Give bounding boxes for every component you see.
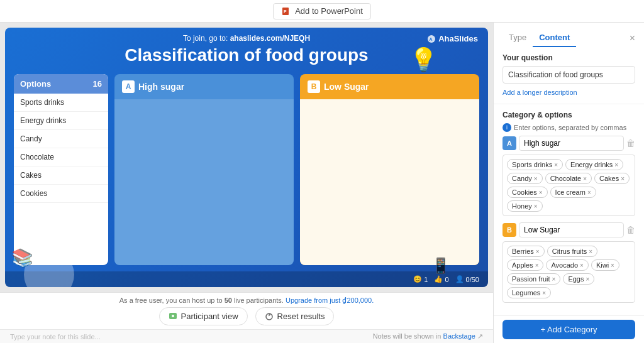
category-b-badge: B bbox=[502, 223, 516, 237]
tab-content[interactable]: Content bbox=[533, 29, 576, 47]
category-col-a: A High sugar bbox=[114, 74, 294, 265]
backstage-link[interactable]: Backstage bbox=[443, 332, 475, 340]
option-item[interactable]: Energy drinks bbox=[14, 112, 108, 130]
category-a-badge: A bbox=[502, 136, 516, 150]
tag-remove[interactable]: × bbox=[536, 248, 540, 255]
your-question-section: Your question Add a longer description bbox=[494, 47, 644, 104]
slide-footer: 😊 1 👍 0 👤 0/50 bbox=[5, 271, 488, 287]
join-text: To join, go to: ahaslides.com/NJEQH bbox=[18, 34, 475, 43]
option-item[interactable]: Sports drinks bbox=[14, 94, 108, 112]
tag-remove[interactable]: × bbox=[534, 203, 538, 210]
tag-remove[interactable]: × bbox=[587, 189, 591, 196]
tag: Berries × bbox=[507, 246, 545, 257]
your-question-label: Your question bbox=[502, 53, 635, 62]
tag-remove[interactable]: × bbox=[621, 175, 625, 182]
category-a-name-input[interactable] bbox=[519, 136, 624, 151]
free-notice: As a free user, you can host up to 50 li… bbox=[10, 297, 483, 305]
tag: Cookies × bbox=[507, 187, 548, 198]
category-b-name-input[interactable] bbox=[519, 222, 624, 237]
tag: Passion fruit × bbox=[507, 273, 560, 285]
category-a-delete[interactable]: 🗑 bbox=[626, 138, 635, 148]
category-b-delete[interactable]: 🗑 bbox=[626, 225, 635, 235]
tag-remove[interactable]: × bbox=[586, 276, 589, 283]
emoji-stat: 😊 1 bbox=[413, 275, 428, 283]
participants-stat: 👤 0/50 bbox=[455, 275, 479, 283]
category-b-header: B Low Sugar bbox=[300, 74, 479, 99]
deco-circle-2 bbox=[36, 231, 68, 262]
tag-remove[interactable]: × bbox=[554, 161, 558, 168]
tag: Ice cream × bbox=[550, 187, 596, 198]
option-item[interactable]: Cakes bbox=[14, 166, 108, 185]
tab-type[interactable]: Type bbox=[502, 29, 533, 47]
ahaslides-logo: A AhaSlides bbox=[427, 34, 478, 43]
tag-remove[interactable]: × bbox=[542, 290, 546, 297]
options-hint: Enter options, separated by commas bbox=[514, 124, 626, 131]
category-options-label: Category & options bbox=[502, 111, 635, 119]
tag: Legumes × bbox=[507, 287, 551, 298]
bottom-bar: As a free user, you can host up to 50 li… bbox=[0, 292, 493, 329]
tag: Eggs × bbox=[563, 273, 594, 285]
right-panel: Type Content × Your question Add a longe… bbox=[493, 23, 644, 343]
tag: Candy × bbox=[507, 173, 543, 184]
category-a-letter: A bbox=[122, 80, 135, 93]
slide-title: Classification of food groups bbox=[18, 45, 475, 65]
category-b-input-row: B 🗑 bbox=[502, 222, 635, 237]
svg-text:A: A bbox=[430, 37, 433, 41]
panel-header: Type Content × bbox=[494, 23, 644, 47]
slide-content: Options 16 Sports drinks Energy drinks C… bbox=[5, 74, 488, 271]
category-b-letter: B bbox=[308, 80, 320, 93]
participant-view-button[interactable]: Participant view bbox=[159, 307, 248, 325]
tag-remove[interactable]: × bbox=[534, 175, 538, 182]
upgrade-link[interactable]: Upgrade from just ₫200,000. bbox=[286, 297, 374, 304]
svg-text:P: P bbox=[284, 9, 287, 14]
option-item[interactable]: Chocolate bbox=[14, 148, 108, 166]
bottom-actions: Participant view Reset results bbox=[10, 307, 483, 325]
tag: Citrus fruits × bbox=[547, 246, 597, 257]
svg-point-5 bbox=[172, 315, 174, 317]
tag: Apples × bbox=[507, 259, 543, 271]
tag: Energy drinks × bbox=[565, 159, 623, 170]
category-b-dropzone[interactable] bbox=[300, 99, 479, 265]
category-a-tags: Sports drinks × Energy drinks × Candy × … bbox=[502, 155, 635, 216]
category-options-section: Category & options i Enter options, sepa… bbox=[494, 104, 644, 316]
top-bar: P Add to PowerPoint bbox=[0, 0, 644, 23]
info-row: i Enter options, separated by commas bbox=[502, 123, 635, 132]
tag: Avocado × bbox=[546, 259, 588, 271]
tag: Sports drinks × bbox=[507, 159, 563, 170]
category-a-dropzone[interactable] bbox=[114, 99, 294, 265]
category-b-tags: Berries × Citrus fruits × Apples × Avoca… bbox=[502, 241, 635, 303]
reset-results-button[interactable]: Reset results bbox=[255, 307, 335, 325]
tag-remove[interactable]: × bbox=[589, 248, 592, 255]
tag: Chocolate × bbox=[545, 173, 592, 184]
option-item[interactable]: Candy bbox=[14, 130, 108, 148]
slide: A AhaSlides 💡 📚 📱 To join, go to: ahasli… bbox=[5, 28, 488, 287]
category-columns: A High sugar B Low Sugar bbox=[114, 74, 479, 265]
category-col-b: B Low Sugar bbox=[300, 74, 479, 265]
lightbulb-decoration: 💡 bbox=[409, 46, 438, 73]
note-bar: Type your note for this slide... Notes w… bbox=[0, 329, 493, 343]
tag-remove[interactable]: × bbox=[583, 175, 587, 182]
main-layout: A AhaSlides 💡 📚 📱 To join, go to: ahasli… bbox=[0, 23, 644, 343]
tag-remove[interactable]: × bbox=[539, 189, 543, 196]
add-description-link[interactable]: Add a longer description bbox=[502, 89, 577, 96]
tag-remove[interactable]: × bbox=[614, 161, 618, 168]
tag-remove[interactable]: × bbox=[611, 262, 614, 269]
thumbs-stat: 👍 0 bbox=[434, 275, 448, 283]
ahaslides-icon: A bbox=[427, 35, 436, 43]
add-category-button[interactable]: + Add Category bbox=[502, 320, 635, 339]
option-item[interactable]: Cookies bbox=[14, 185, 108, 203]
panel-close-button[interactable]: × bbox=[630, 33, 635, 44]
category-a-input-row: A 🗑 bbox=[502, 136, 635, 151]
tag: Cakes × bbox=[594, 173, 630, 184]
category-a-header: A High sugar bbox=[114, 74, 294, 99]
tag-remove[interactable]: × bbox=[580, 262, 584, 269]
participant-icon bbox=[169, 312, 177, 321]
reset-icon bbox=[265, 312, 274, 321]
question-input[interactable] bbox=[502, 66, 635, 84]
panel-tabs: Type Content bbox=[502, 29, 576, 47]
phone-decoration: 📱 bbox=[431, 257, 450, 275]
tag-remove[interactable]: × bbox=[535, 262, 539, 269]
add-to-powerpoint-button[interactable]: P Add to PowerPoint bbox=[273, 3, 371, 19]
tag-remove[interactable]: × bbox=[552, 276, 556, 283]
options-header: Options 16 bbox=[14, 74, 108, 94]
